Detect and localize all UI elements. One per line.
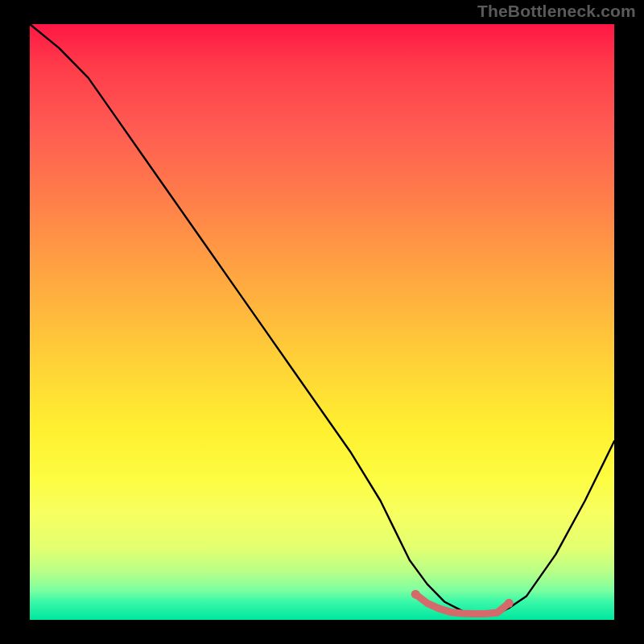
bottleneck-curve: [30, 24, 614, 614]
optimal-range-dot: [505, 599, 514, 608]
plot-area: [30, 24, 614, 620]
chart-svg: [30, 24, 614, 620]
chart-container: TheBottleneck.com: [0, 0, 644, 644]
optimal-range-dot: [411, 590, 420, 599]
optimal-range-markers: [411, 590, 514, 614]
optimal-range-line: [415, 594, 509, 613]
watermark-text: TheBottleneck.com: [477, 2, 636, 21]
